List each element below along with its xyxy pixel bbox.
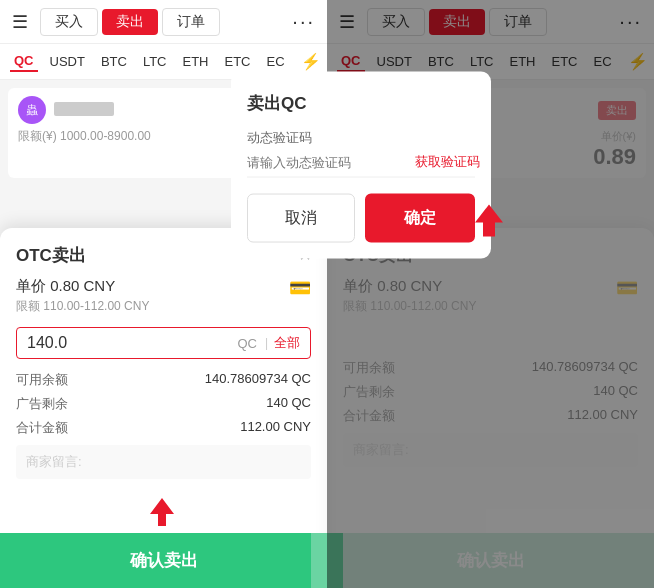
right-panel: ☰ 买入 卖出 订单 ··· QC USDT BTC LTC ETH ETC E… bbox=[327, 0, 654, 588]
dialog-confirm-btn[interactable]: 确定 bbox=[365, 194, 475, 243]
left-order-btn[interactable]: 订单 bbox=[162, 8, 220, 36]
left-card-avatar: 蟲 bbox=[18, 96, 46, 124]
dialog-buttons: 取消 确定 bbox=[247, 194, 475, 243]
left-tab-eth[interactable]: ETH bbox=[179, 52, 213, 71]
left-amount-row: QC | 全部 bbox=[16, 327, 311, 359]
left-amount-input[interactable] bbox=[27, 334, 229, 352]
left-tab-etc[interactable]: ETC bbox=[221, 52, 255, 71]
dialog-arrow-indicator bbox=[469, 201, 509, 245]
left-amount-all[interactable]: 全部 bbox=[274, 334, 300, 352]
left-tab-ec[interactable]: EC bbox=[263, 52, 289, 71]
dialog-code-input[interactable] bbox=[247, 154, 415, 169]
left-menu-icon[interactable]: ☰ bbox=[12, 11, 28, 33]
svg-marker-0 bbox=[150, 498, 174, 526]
svg-marker-1 bbox=[475, 205, 503, 237]
left-amount-currency: QC bbox=[237, 336, 257, 351]
left-limit-info: 限额 110.00-112.00 CNY bbox=[16, 298, 311, 315]
dialog-get-code-btn[interactable]: 获取验证码 bbox=[415, 153, 480, 171]
dialog-input-row: 获取验证码 bbox=[247, 153, 475, 178]
dialog-title: 卖出QC bbox=[247, 92, 475, 115]
dialog-field-label: 动态验证码 bbox=[247, 129, 475, 147]
left-price-info: 单价 0.80 CNY 💳 bbox=[16, 277, 311, 296]
left-merchant-remark: 商家留言: bbox=[16, 445, 311, 479]
left-top-nav: ☰ 买入 卖出 订单 ··· bbox=[0, 0, 327, 44]
left-ad-remain-row: 广告剩余 140 QC bbox=[16, 395, 311, 413]
left-tab-ltc[interactable]: LTC bbox=[139, 52, 171, 71]
left-arrow-indicator bbox=[144, 494, 180, 530]
right-dialog: 卖出QC 动态验证码 获取验证码 取消 确定 bbox=[231, 72, 491, 259]
left-bottom-sheet: OTC卖出 × 单价 0.80 CNY 💳 限额 110.00-112.00 C… bbox=[0, 228, 327, 588]
left-sell-btn[interactable]: 卖出 bbox=[102, 9, 158, 35]
left-total-row: 合计金额 112.00 CNY bbox=[16, 419, 311, 437]
left-confirm-btn[interactable]: 确认卖出 bbox=[0, 533, 343, 588]
left-tab-usdt[interactable]: USDT bbox=[46, 52, 89, 71]
left-tab-btc[interactable]: BTC bbox=[97, 52, 131, 71]
left-available-row: 可用余额 140.78609734 QC bbox=[16, 371, 311, 389]
left-buy-btn[interactable]: 买入 bbox=[40, 8, 98, 36]
dialog-cancel-btn[interactable]: 取消 bbox=[247, 194, 355, 243]
left-price-icon: 💳 bbox=[289, 277, 311, 299]
left-more-icon[interactable]: ··· bbox=[292, 10, 315, 33]
left-card-name bbox=[54, 102, 114, 119]
left-filter-icon[interactable]: ⚡ bbox=[297, 50, 325, 73]
left-limit-label: 限额(¥) 1000.00-8900.00 bbox=[18, 128, 151, 145]
left-tab-qc[interactable]: QC bbox=[10, 51, 38, 72]
